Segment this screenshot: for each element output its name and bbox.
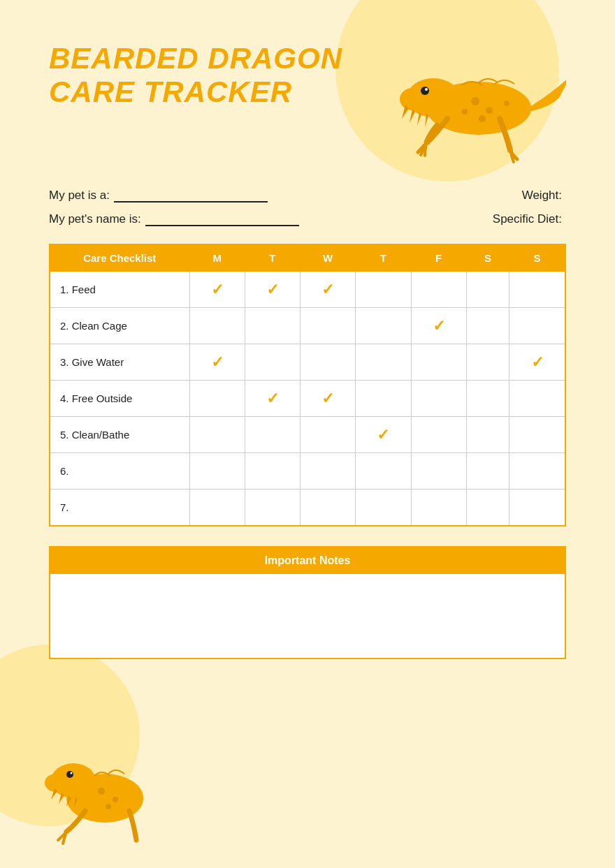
title-line2: CARE TRACKER: [49, 75, 342, 109]
table-row: 6.: [50, 453, 565, 490]
check-cell-5-2[interactable]: [301, 453, 356, 490]
check-cell-3-4[interactable]: [411, 381, 466, 417]
diet-group: Specific Diet:: [493, 212, 566, 226]
check-cell-4-5[interactable]: [466, 417, 509, 453]
table-row: 2. Clean Cage✓: [50, 308, 565, 344]
weight-label: Weight:: [522, 189, 562, 203]
check-cell-2-0[interactable]: ✓: [189, 344, 245, 381]
check-cell-3-0[interactable]: [189, 381, 245, 417]
check-cell-1-6[interactable]: [509, 308, 565, 344]
svg-point-10: [486, 107, 493, 114]
check-cell-1-5[interactable]: [466, 308, 509, 344]
check-cell-1-2[interactable]: [301, 308, 356, 344]
check-cell-4-3[interactable]: ✓: [356, 417, 411, 453]
check-cell-1-0[interactable]: [189, 308, 245, 344]
check-cell-6-3[interactable]: [356, 490, 411, 526]
col-header-f: F: [411, 244, 466, 272]
lizard-bottom-icon: [28, 721, 154, 847]
check-cell-0-4[interactable]: [411, 272, 466, 308]
check-cell-2-4[interactable]: [411, 344, 466, 381]
col-header-t2: T: [356, 244, 411, 272]
lizard-top-container: [370, 28, 566, 168]
check-cell-4-0[interactable]: [189, 417, 245, 453]
col-header-s1: S: [466, 244, 509, 272]
check-cell-3-6[interactable]: [509, 381, 565, 417]
check-cell-0-1[interactable]: ✓: [245, 272, 300, 308]
col-header-m: M: [189, 244, 245, 272]
check-cell-6-6[interactable]: [509, 490, 565, 526]
notes-section: Important Notes: [49, 546, 566, 659]
check-cell-6-4[interactable]: [411, 490, 466, 526]
check-cell-4-1[interactable]: [245, 417, 300, 453]
svg-point-9: [471, 97, 479, 105]
check-cell-4-2[interactable]: [301, 417, 356, 453]
check-cell-5-6[interactable]: [509, 453, 565, 490]
task-cell-6: 7.: [50, 490, 189, 526]
lizard-top-icon: [370, 28, 566, 168]
col-header-s2: S: [509, 244, 565, 272]
svg-marker-6: [410, 109, 415, 123]
title-block: BEARDED DRAGON CARE TRACKER: [49, 28, 342, 110]
diet-label: Specific Diet:: [493, 212, 562, 226]
check-cell-6-2[interactable]: [301, 490, 356, 526]
lizard-bottom-container: [28, 721, 154, 847]
check-cell-2-6[interactable]: ✓: [509, 344, 565, 381]
check-cell-5-0[interactable]: [189, 453, 245, 490]
check-cell-1-3[interactable]: [356, 308, 411, 344]
pet-input-line[interactable]: [114, 189, 268, 203]
check-cell-2-5[interactable]: [466, 344, 509, 381]
svg-point-4: [425, 88, 428, 91]
table-row: 7.: [50, 490, 565, 526]
svg-point-16: [45, 774, 67, 792]
content: BEARDED DRAGON CARE TRACKER: [49, 28, 566, 659]
task-cell-0: 1. Feed: [50, 272, 189, 308]
check-cell-1-1[interactable]: [245, 308, 300, 344]
svg-point-12: [462, 109, 468, 115]
check-cell-5-1[interactable]: [245, 453, 300, 490]
table-row: 1. Feed✓✓✓: [50, 272, 565, 308]
title-line1: BEARDED DRAGON: [49, 42, 342, 75]
task-cell-4: 5. Clean/Bathe: [50, 417, 189, 453]
name-input-line[interactable]: [145, 212, 299, 226]
check-cell-3-3[interactable]: [356, 381, 411, 417]
check-cell-3-5[interactable]: [466, 381, 509, 417]
check-cell-0-2[interactable]: ✓: [301, 272, 356, 308]
task-cell-2: 3. Give Water: [50, 344, 189, 381]
check-cell-6-0[interactable]: [189, 490, 245, 526]
svg-point-17: [66, 771, 73, 778]
check-cell-5-3[interactable]: [356, 453, 411, 490]
check-cell-0-3[interactable]: [356, 272, 411, 308]
task-cell-3: 4. Free Outside: [50, 381, 189, 417]
svg-point-25: [106, 804, 111, 809]
check-cell-0-5[interactable]: [466, 272, 509, 308]
check-cell-2-2[interactable]: [301, 344, 356, 381]
form-row-name: My pet's name is: Specific Diet:: [49, 212, 566, 226]
table-row: 4. Free Outside✓✓: [50, 381, 565, 417]
check-cell-3-2[interactable]: ✓: [301, 381, 356, 417]
main-title: BEARDED DRAGON CARE TRACKER: [49, 42, 342, 110]
check-cell-5-5[interactable]: [466, 453, 509, 490]
col-header-task: Care Checklist: [50, 244, 189, 272]
table-row: 3. Give Water✓✓: [50, 344, 565, 381]
svg-point-11: [504, 101, 509, 106]
notes-body[interactable]: [50, 574, 565, 658]
check-cell-6-1[interactable]: [245, 490, 300, 526]
form-fields: My pet is a: Weight: My pet's name is: S…: [49, 189, 566, 226]
check-cell-5-4[interactable]: [411, 453, 466, 490]
check-cell-0-0[interactable]: ✓: [189, 272, 245, 308]
check-cell-4-4[interactable]: [411, 417, 466, 453]
weight-group: Weight:: [522, 189, 566, 203]
check-cell-0-6[interactable]: [509, 272, 565, 308]
page: BEARDED DRAGON CARE TRACKER: [0, 0, 615, 868]
col-header-t1: T: [245, 244, 300, 272]
task-cell-1: 2. Clean Cage: [50, 308, 189, 344]
pet-label: My pet is a:: [49, 189, 110, 203]
check-cell-6-5[interactable]: [466, 490, 509, 526]
check-cell-1-4[interactable]: ✓: [411, 308, 466, 344]
check-cell-2-1[interactable]: [245, 344, 300, 381]
check-cell-4-6[interactable]: [509, 417, 565, 453]
check-cell-2-3[interactable]: [356, 344, 411, 381]
notes-header: Important Notes: [50, 547, 565, 574]
check-cell-3-1[interactable]: ✓: [245, 381, 300, 417]
svg-point-13: [479, 115, 486, 122]
